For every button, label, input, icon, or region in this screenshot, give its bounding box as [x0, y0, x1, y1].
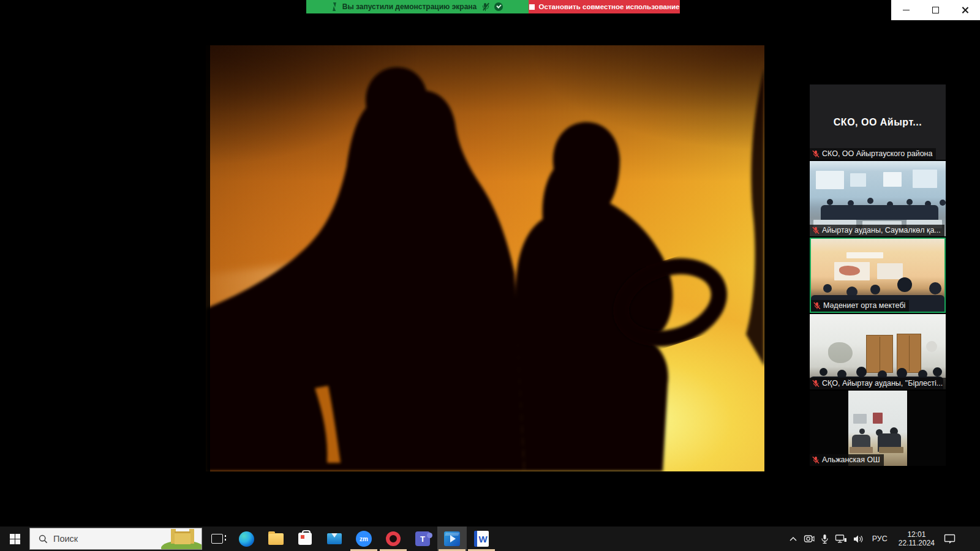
muted-mic-icon: [812, 456, 820, 464]
participant-label-text: СКО, ОО Айыртауского района: [822, 149, 932, 158]
stop-share-label: Остановить совместное использование: [539, 3, 680, 10]
taskbar-app-mail[interactable]: [320, 527, 349, 551]
participant-label-text: Айыртау ауданы, Саумалкөл қа...: [822, 226, 941, 234]
wall-poster: [850, 173, 866, 187]
search-icon: [39, 534, 48, 544]
wall-clock: [926, 341, 937, 352]
participant-label-text: СҚО, Айыртау ауданы, "Бірлесті...: [822, 379, 943, 388]
participant-tile-video[interactable]: Альжанская ОШ: [810, 391, 946, 466]
taskbar-app-teams[interactable]: T: [408, 527, 437, 551]
close-button[interactable]: [951, 0, 980, 20]
action-center-button[interactable]: [941, 527, 959, 551]
taskbar-clock[interactable]: 12:01 22.11.2024: [892, 530, 941, 547]
participant-tile-active-speaker[interactable]: Мәдениет орта мектебі: [810, 238, 946, 313]
tray-volume-button[interactable]: [850, 527, 867, 551]
people-heads: [859, 429, 865, 434]
windows-logo-icon: [10, 534, 20, 544]
clock-time: 12:01: [907, 530, 925, 539]
windows-taskbar: Поиск zm T W: [0, 527, 980, 551]
taskbar-app-edge[interactable]: [232, 527, 261, 551]
tray-expand-button[interactable]: [786, 527, 801, 551]
language-indicator[interactable]: РУС: [867, 527, 892, 551]
share-bolt-icon: [332, 2, 337, 11]
taskbar-app-word[interactable]: W: [467, 527, 496, 551]
students-heads: [827, 199, 833, 205]
share-banner-text: Вы запустили демонстрацию экрана: [342, 2, 477, 11]
muted-mic-icon: [812, 150, 820, 158]
window-controls: [891, 0, 980, 20]
show-desktop-area[interactable]: [959, 527, 980, 551]
participant-tile-host[interactable]: СКО, ОО Айырт... СКО, ОО Айыртауского ра…: [810, 84, 946, 160]
chevron-up-icon: [789, 536, 797, 542]
camera-icon: [804, 534, 815, 544]
taskbar-app-zoom[interactable]: zm: [349, 527, 379, 551]
participant-label-text: Альжанская ОШ: [822, 455, 880, 464]
restore-icon: [932, 7, 939, 13]
students-heads: [820, 368, 827, 376]
stop-square-icon: [529, 4, 535, 10]
system-tray: РУС 12:01 22.11.2024: [786, 527, 980, 551]
folder-icon: [268, 533, 284, 545]
wall-poster: [883, 172, 902, 187]
participant-label: СКО, ОО Айыртауского района: [810, 148, 936, 160]
opera-icon: [386, 531, 401, 546]
minimize-icon: [903, 10, 910, 10]
microphone-icon: [821, 534, 829, 544]
wall-poster: [816, 171, 844, 189]
minimize-button[interactable]: [891, 0, 921, 20]
movies-tv-icon: [444, 531, 460, 546]
security-shield-icon[interactable]: [494, 2, 503, 11]
banner-poster: [846, 252, 883, 258]
wall-poster: [853, 414, 867, 424]
taskbar-app-movies-tv[interactable]: [437, 527, 467, 551]
taskbar-app-file-explorer[interactable]: [261, 527, 290, 551]
plant: [828, 342, 853, 363]
mail-icon: [327, 533, 342, 544]
cabinet: [897, 334, 921, 373]
restore-button[interactable]: [921, 0, 950, 20]
store-icon: [298, 533, 312, 545]
participant-label: Альжанская ОШ: [810, 454, 884, 466]
taskbar-search[interactable]: Поиск: [29, 528, 202, 550]
speaker-icon: [853, 534, 864, 544]
task-view-icon: [211, 534, 223, 544]
tray-network-button[interactable]: [832, 527, 850, 551]
firefighters-silhouette: [206, 45, 764, 471]
taskbar-app-store[interactable]: [290, 527, 320, 551]
participant-tile-video[interactable]: Айыртау ауданы, Саумалкөл қа...: [810, 161, 946, 236]
desk: [879, 447, 903, 453]
participant-label: Мәдениет орта мектебі: [811, 300, 909, 312]
muted-mic-icon: [812, 227, 820, 234]
mic-muted-icon: [481, 2, 489, 11]
screen-share-banner: Вы запустили демонстрацию экрана: [306, 0, 529, 13]
search-placeholder: Поиск: [53, 534, 78, 544]
notification-bubble-icon: [944, 534, 956, 544]
students-torsos: [821, 205, 938, 220]
students-heads: [823, 284, 832, 293]
cabinet: [866, 335, 893, 373]
muted-mic-icon: [813, 302, 821, 310]
word-icon: W: [474, 531, 489, 547]
shared-screen-video: [206, 45, 764, 471]
play-icon: [450, 535, 456, 542]
search-highlight-image: [164, 528, 202, 549]
wall-poster: [877, 263, 903, 279]
task-view-button[interactable]: [202, 527, 232, 551]
zoom-icon: zm: [356, 531, 372, 547]
teams-icon: T: [415, 531, 430, 546]
tray-camera-button[interactable]: [801, 527, 818, 551]
participants-strip: СКО, ОО Айырт... СКО, ОО Айыртауского ра…: [810, 84, 946, 467]
clock-date: 22.11.2024: [899, 539, 935, 547]
start-button[interactable]: [0, 527, 29, 551]
participant-label: Айыртау ауданы, Саумалкөл қа...: [810, 225, 944, 236]
map-blob: [839, 266, 860, 276]
participant-label: СҚО, Айыртау ауданы, "Бірлесті...: [810, 378, 946, 389]
taskbar-app-opera[interactable]: [379, 527, 408, 551]
video-left-edge: [206, 45, 210, 471]
wall-poster: [913, 170, 937, 188]
stop-share-button[interactable]: Остановить совместное использование: [529, 0, 680, 13]
participant-tile-video[interactable]: СҚО, Айыртау ауданы, "Бірлесті...: [810, 314, 946, 389]
edge-icon: [239, 531, 254, 547]
close-icon: [961, 6, 969, 14]
tray-microphone-button[interactable]: [818, 527, 832, 551]
